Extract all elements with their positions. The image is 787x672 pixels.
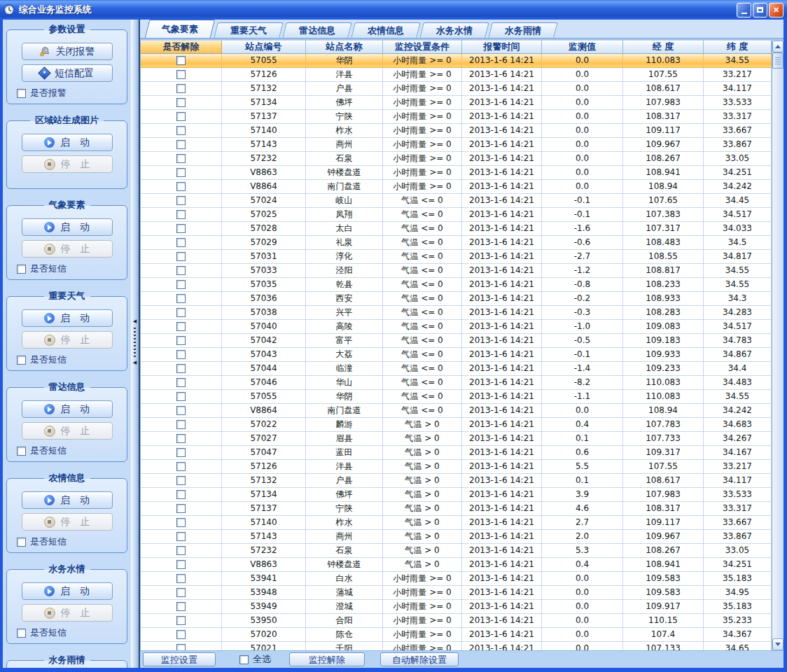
stop-button[interactable]: 停 止: [22, 331, 113, 349]
minimize-button[interactable]: [737, 3, 751, 18]
table-row[interactable]: 57029礼泉气温 <= 02013-1-6 14:21-0.6108.4833…: [141, 236, 772, 250]
column-header-2[interactable]: 站点名称: [306, 41, 383, 54]
checkbox-box[interactable]: [17, 629, 26, 638]
table-row[interactable]: 57232石泉气温 > 02013-1-6 14:215.3108.26733.…: [141, 544, 772, 558]
row-checkbox[interactable]: [176, 588, 186, 597]
column-header-1[interactable]: 站点编号: [222, 41, 306, 54]
column-header-4[interactable]: 报警时间: [462, 41, 542, 54]
table-row[interactable]: 57055华阴小时雨量 >= 02013-1-6 14:210.0110.083…: [141, 54, 772, 68]
row-checkbox[interactable]: [176, 308, 186, 317]
row-checkbox[interactable]: [176, 112, 186, 121]
monitor-setting-button[interactable]: 监控设置: [143, 652, 216, 666]
select-all-checkbox[interactable]: 全选: [239, 653, 271, 666]
row-checkbox[interactable]: [176, 154, 186, 163]
collapse-left-icon[interactable]: ◀: [133, 319, 137, 324]
row-checkbox[interactable]: [176, 462, 186, 471]
table-row[interactable]: 53949澄城小时雨量 >= 02013-1-6 14:210.0109.917…: [141, 600, 772, 614]
start-button[interactable]: 启 动: [22, 491, 113, 509]
row-checkbox[interactable]: [176, 280, 186, 289]
scroll-down-button[interactable]: [772, 638, 783, 650]
maximize-button[interactable]: [753, 3, 767, 18]
table-row[interactable]: V8864南门盘道小时雨量 >= 02013-1-6 14:210.0108.9…: [141, 180, 772, 194]
scrollbar-thumb[interactable]: [772, 52, 783, 69]
row-checkbox[interactable]: [176, 504, 186, 513]
row-checkbox[interactable]: [176, 602, 186, 611]
tab-1[interactable]: 重要天气: [214, 22, 283, 38]
table-row[interactable]: 57033泾阳气温 <= 02013-1-6 14:21-1.2108.8173…: [141, 264, 772, 278]
row-checkbox[interactable]: [176, 490, 186, 499]
row-checkbox[interactable]: [176, 392, 186, 401]
table-row[interactable]: V8863钟楼盘道小时雨量 >= 02013-1-6 14:210.0108.9…: [141, 166, 772, 180]
column-header-3[interactable]: 监控设置条件: [383, 41, 462, 54]
row-checkbox[interactable]: [176, 364, 186, 373]
table-row[interactable]: 53950合阳小时雨量 >= 02013-1-6 14:210.0110.153…: [141, 614, 772, 628]
row-checkbox[interactable]: [176, 210, 186, 219]
stop-button[interactable]: 停 止: [22, 513, 113, 531]
table-row[interactable]: 57055华阴气温 <= 02013-1-6 14:21-1.1110.0833…: [141, 390, 772, 404]
row-checkbox[interactable]: [176, 560, 186, 569]
table-row[interactable]: 57043大荔气温 <= 02013-1-6 14:21-0.1109.9333…: [141, 348, 772, 362]
table-row[interactable]: 57132户县气温 > 02013-1-6 14:210.1108.61734.…: [141, 474, 772, 488]
tab-3[interactable]: 农情信息: [351, 22, 420, 38]
column-header-7[interactable]: 纬 度: [704, 41, 772, 54]
sms-checkbox[interactable]: 是否短信: [17, 354, 127, 366]
checkbox-box[interactable]: [239, 655, 249, 664]
start-button[interactable]: 启 动: [22, 218, 113, 236]
table-row[interactable]: 57126洋县气温 > 02013-1-6 14:215.5107.5533.2…: [141, 460, 772, 474]
column-header-5[interactable]: 监测值: [542, 41, 623, 54]
table-row[interactable]: 57040高陵气温 <= 02013-1-6 14:21-1.0109.0833…: [141, 320, 772, 334]
sms-config-button[interactable]: 短信配置: [22, 64, 113, 82]
row-checkbox[interactable]: [176, 98, 186, 107]
table-row[interactable]: 57143商州气温 > 02013-1-6 14:212.0109.96733.…: [141, 530, 772, 544]
table-row[interactable]: 57020陈仓小时雨量 >= 02013-1-6 14:210.0107.434…: [141, 628, 772, 642]
row-checkbox[interactable]: [176, 350, 186, 359]
table-row[interactable]: 57028太白气温 <= 02013-1-6 14:21-1.6107.3173…: [141, 222, 772, 236]
sms-checkbox[interactable]: 是否短信: [17, 444, 127, 457]
close-button[interactable]: ✕: [769, 3, 783, 18]
table-row[interactable]: 57021千阳小时雨量 >= 02013-1-6 14:210.0107.133…: [141, 642, 772, 650]
row-checkbox[interactable]: [176, 420, 186, 429]
sms-checkbox[interactable]: 是否短信: [17, 626, 127, 639]
table-row[interactable]: 53948蒲城小时雨量 >= 02013-1-6 14:210.0109.583…: [141, 586, 772, 600]
auto-release-setting-button[interactable]: 自动解除设置: [380, 652, 459, 666]
collapse-left-icon[interactable]: ◀: [133, 360, 137, 365]
checkbox-box[interactable]: [17, 265, 26, 274]
table-row[interactable]: 57031淳化气温 <= 02013-1-6 14:21-2.7108.5534…: [141, 250, 772, 264]
table-row[interactable]: V8864南门盘道气温 <= 02013-1-6 14:210.0108.943…: [141, 404, 772, 418]
row-checkbox[interactable]: [176, 84, 186, 93]
column-header-0[interactable]: 是否解除: [141, 41, 222, 54]
row-checkbox[interactable]: [176, 546, 186, 555]
sidebar-splitter[interactable]: ◀ ◀: [131, 20, 140, 668]
row-checkbox[interactable]: [176, 294, 186, 303]
table-row[interactable]: 57134佛坪小时雨量 >= 02013-1-6 14:210.0107.983…: [141, 96, 772, 110]
table-row[interactable]: 57140柞水气温 > 02013-1-6 14:212.7109.11733.…: [141, 516, 772, 530]
row-checkbox[interactable]: [176, 168, 186, 177]
column-header-6[interactable]: 经 度: [623, 41, 704, 54]
table-row[interactable]: 57047蓝田气温 > 02013-1-6 14:210.6109.31734.…: [141, 446, 772, 460]
vertical-scrollbar[interactable]: [772, 41, 783, 650]
row-checkbox[interactable]: [176, 406, 186, 415]
table-row[interactable]: 57132户县小时雨量 >= 02013-1-6 14:210.0108.617…: [141, 82, 772, 96]
stop-button[interactable]: 停 止: [22, 422, 113, 440]
splitter-handle[interactable]: ◀ ◀: [131, 319, 139, 365]
table-row[interactable]: 57137宁陕小时雨量 >= 02013-1-6 14:210.0108.317…: [141, 110, 772, 124]
checkbox-box[interactable]: [17, 356, 26, 365]
table-row[interactable]: 57027眉县气温 > 02013-1-6 14:210.1107.73334.…: [141, 432, 772, 446]
row-checkbox[interactable]: [176, 476, 186, 485]
start-button[interactable]: 启 动: [22, 400, 113, 418]
table-row[interactable]: 57126洋县小时雨量 >= 02013-1-6 14:210.0107.553…: [141, 68, 772, 82]
checkbox-box[interactable]: [17, 89, 26, 98]
row-checkbox[interactable]: [176, 378, 186, 387]
sms-checkbox[interactable]: 是否短信: [17, 536, 127, 548]
tab-2[interactable]: 雷达信息: [282, 22, 351, 38]
table-row[interactable]: 57042富平气温 <= 02013-1-6 14:21-0.5109.1833…: [141, 334, 772, 348]
tab-0[interactable]: 气象要素: [145, 20, 215, 38]
row-checkbox[interactable]: [176, 182, 186, 191]
table-row[interactable]: V8863钟楼盘道气温 > 02013-1-6 14:210.4108.9413…: [141, 558, 772, 572]
row-checkbox[interactable]: [176, 126, 186, 135]
tab-4[interactable]: 水务水情: [419, 22, 489, 38]
row-checkbox[interactable]: [176, 336, 186, 345]
start-button[interactable]: 启 动: [22, 134, 113, 151]
row-checkbox[interactable]: [176, 252, 186, 261]
row-checkbox[interactable]: [176, 266, 186, 275]
